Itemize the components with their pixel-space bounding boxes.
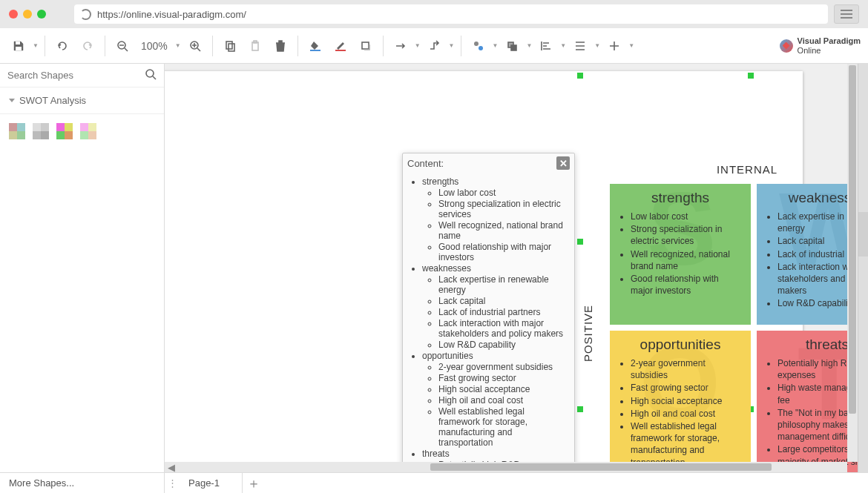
svg-rect-8 [310, 50, 320, 51]
zoom-in-button[interactable] [184, 35, 206, 57]
list-item: Fast growing sector [631, 382, 743, 394]
selection-handle[interactable] [748, 73, 754, 79]
page-tab-label: Page-1 [188, 477, 220, 489]
to-front-button[interactable] [501, 35, 523, 57]
distribute-button[interactable] [569, 35, 591, 57]
insert-button[interactable] [603, 35, 625, 57]
opportunities-quadrant[interactable]: O opportunities 2-year government subsid… [610, 331, 751, 472]
zoom-out-button[interactable] [111, 35, 134, 57]
opportunities-list: 2-year government subsidiesFast growing … [617, 357, 743, 469]
shape-template-3[interactable] [56, 123, 73, 139]
delete-button[interactable] [269, 35, 292, 57]
window-maximize[interactable] [37, 10, 46, 19]
shape-template-2[interactable] [33, 123, 49, 139]
browser-menu-button[interactable] [834, 4, 859, 24]
threats-quadrant[interactable]: T threats Potentially high R&D expensesH… [757, 331, 858, 472]
connection-button[interactable] [389, 35, 412, 57]
fill-color-button[interactable] [304, 35, 326, 57]
list-item: Low labor cost [631, 211, 743, 222]
format-button[interactable] [467, 35, 490, 57]
redo-button[interactable] [76, 35, 99, 57]
weaknesses-title: weaknesses [764, 190, 858, 206]
close-icon[interactable]: ✕ [556, 156, 570, 170]
brand-line1: Visual Paradigm [798, 36, 861, 45]
undo-button[interactable] [51, 35, 73, 57]
svg-point-12 [479, 46, 483, 50]
search-icon[interactable] [145, 68, 157, 82]
right-panel-collapse[interactable] [858, 64, 868, 472]
main-toolbar: ▼ 100% ▼ ▼ ▼ ▼ ▼ [0, 28, 868, 64]
paste-button[interactable] [244, 35, 266, 57]
svg-rect-4 [226, 42, 232, 49]
shape-palette [0, 114, 164, 148]
list-item: Lack interaction with major stakeholders… [777, 261, 858, 297]
strengths-list: Low labor costStrong specialization in e… [617, 211, 743, 297]
sidebar-section-swot[interactable]: SWOT Analysis [0, 87, 164, 114]
content-tree: strengthsLow labor costStrong specializa… [406, 176, 568, 472]
waypoint-button[interactable] [424, 35, 446, 57]
save-button[interactable] [7, 35, 30, 57]
svg-rect-14 [511, 45, 516, 50]
list-item: Lack capital [777, 235, 858, 247]
horizontal-scrollbar[interactable]: ◀ [165, 462, 847, 472]
svg-rect-10 [362, 42, 369, 49]
more-shapes-label: More Shapes... [9, 477, 74, 489]
content-panel-body[interactable]: strengthsLow labor costStrong specializa… [403, 173, 574, 472]
svg-rect-0 [16, 42, 20, 44]
opportunities-title: opportunities [617, 337, 743, 353]
list-item: High social acceptance [631, 395, 743, 407]
list-item: Strong specialization in electric servic… [631, 223, 743, 247]
vertical-scrollbar[interactable] [847, 64, 858, 462]
content-panel-title: Content: [407, 158, 444, 169]
url-bar[interactable]: https://online.visual-paradigm.com/ [74, 4, 828, 24]
weaknesses-list: Lack expertise in renewable energyLack c… [764, 211, 858, 310]
selection-handle[interactable] [577, 406, 583, 412]
svg-rect-5 [228, 44, 234, 51]
brand-logo: Visual Paradigm Online [780, 36, 861, 54]
search-shapes-row [0, 64, 164, 87]
selection-handle[interactable] [577, 239, 583, 245]
zoom-level[interactable]: 100% [137, 40, 172, 52]
copy-button[interactable] [219, 35, 241, 57]
brand-line2: Online [798, 46, 861, 55]
line-color-button[interactable] [329, 35, 352, 57]
list-item: Lack expertise in renewable energy [777, 211, 858, 234]
list-item: Potentially high R&D expenses [777, 357, 858, 381]
canvas-area[interactable]: INTERNAL EXTERNAL POSITIVE NEGATIVE S st… [165, 64, 858, 472]
list-item: High oil and coal cost [631, 408, 743, 420]
list-item: Well established legal framework for sto… [631, 420, 743, 469]
strengths-quadrant[interactable]: S strengths Low labor costStrong special… [610, 184, 751, 325]
search-shapes-input[interactable] [7, 70, 145, 81]
shape-template-1[interactable] [9, 123, 25, 139]
add-page-button[interactable]: ＋ [243, 473, 265, 493]
caret-down-icon [9, 99, 15, 102]
drag-handle-icon[interactable] [858, 212, 868, 257]
shadow-button[interactable] [355, 35, 377, 57]
align-button[interactable] [535, 35, 557, 57]
weaknesses-quadrant[interactable]: W weaknesses Lack expertise in renewable… [757, 184, 858, 325]
list-item: The "Not in my backyard" philosophy make… [777, 407, 858, 443]
svg-point-11 [474, 42, 479, 46]
more-shapes-button[interactable]: More Shapes... [0, 473, 165, 493]
window-close[interactable] [9, 10, 18, 19]
shape-template-4[interactable] [80, 123, 96, 139]
svg-rect-1 [16, 47, 22, 50]
page-drag-handle[interactable]: ⋮ [165, 473, 180, 493]
reload-icon[interactable] [80, 9, 91, 20]
list-item: Low R&D capability [777, 297, 858, 309]
selection-handle[interactable] [577, 73, 583, 79]
page-tab-1[interactable]: Page-1 [180, 473, 243, 493]
vp-logo-icon [780, 39, 793, 53]
url-text: https://online.visual-paradigm.com/ [97, 9, 246, 20]
threats-title: threats [764, 337, 858, 353]
statusbar: More Shapes... ⋮ Page-1 ＋ [0, 472, 868, 493]
content-panel[interactable]: Content: ✕ strengthsLow labor costStrong… [402, 153, 575, 472]
axis-internal: INTERNAL [717, 163, 777, 176]
browser-chrome: https://online.visual-paradigm.com/ [0, 0, 868, 28]
strengths-title: strengths [617, 190, 743, 206]
sidebar-section-label: SWOT Analysis [19, 95, 86, 106]
window-minimize[interactable] [23, 10, 32, 19]
svg-rect-9 [335, 50, 346, 51]
list-item: Good relationship with major investors [631, 273, 743, 297]
threats-list: Potentially high R&D expensesHigh waste … [764, 357, 858, 468]
